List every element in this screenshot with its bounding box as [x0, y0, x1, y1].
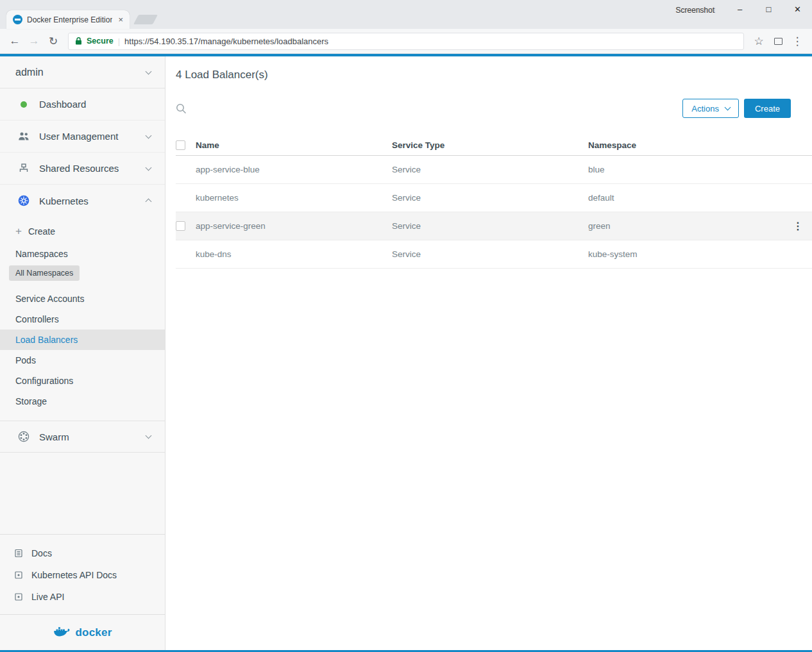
chevron-down-icon [146, 132, 152, 138]
docs-icon [14, 549, 23, 558]
docker-favicon-icon [13, 15, 22, 24]
column-header-name: Name [196, 140, 392, 150]
secure-label: Secure [87, 37, 114, 46]
address-bar[interactable]: Secure | https://54.190.35.17/manage/kub… [68, 33, 744, 50]
cell-namespace: default [588, 193, 784, 203]
create-button[interactable]: Create [744, 99, 791, 118]
minimize-button[interactable]: – [725, 0, 754, 19]
browser-menu-icon[interactable]: ⋮ [788, 31, 807, 51]
kubernetes-icon [18, 195, 30, 206]
cell-namespace: green [588, 221, 784, 231]
sidebar-item-controllers[interactable]: Controllers [0, 309, 165, 330]
sidebar-item-label: Kubernetes [39, 196, 137, 206]
swarm-icon [18, 431, 30, 442]
reload-icon[interactable]: ↻ [44, 31, 63, 51]
sidebar-item-label: Dashboard [39, 99, 151, 110]
shared-resources-icon [18, 163, 30, 174]
footer-link-label: Live API [31, 592, 64, 602]
window-controls: – □ ✕ [725, 0, 812, 19]
sidebar-item-swarm[interactable]: Swarm [0, 421, 165, 453]
footer-link-label: Docs [31, 548, 52, 558]
sidebar-item-dashboard[interactable]: Dashboard [0, 88, 165, 121]
titlebar: Docker Enterprise Edition × Screenshot –… [0, 0, 812, 29]
sidebar-item-user-management[interactable]: User Management [0, 121, 165, 153]
chevron-down-icon [146, 68, 152, 74]
app-body: admin Dashboard [0, 56, 812, 650]
sidebar-item-storage[interactable]: Storage [0, 391, 165, 412]
chevron-up-icon [146, 199, 152, 205]
row-menu-icon[interactable]: ⋮ [793, 220, 803, 232]
sidebar-item-docs[interactable]: Docs [0, 542, 165, 564]
tab-close-icon[interactable]: × [117, 15, 124, 24]
api-docs-icon [14, 571, 23, 580]
back-icon[interactable]: ← [5, 31, 24, 51]
sidebar-item-service-accounts[interactable]: Service Accounts [0, 288, 165, 309]
row-checkbox[interactable] [176, 221, 185, 231]
sidebar-item-kubernetes-api-docs[interactable]: Kubernetes API Docs [0, 564, 165, 586]
tab-title: Docker Enterprise Edition [27, 15, 112, 24]
docker-logo: docker [0, 614, 165, 650]
cell-name: kube-dns [196, 249, 392, 259]
table-row[interactable]: kubernetes Service default ⋮ [176, 184, 812, 212]
browser-window: Docker Enterprise Edition × Screenshot –… [0, 0, 812, 652]
fit-window-icon[interactable] [768, 31, 788, 51]
cell-name: app-service-blue [196, 165, 392, 174]
cell-namespace: kube-system [588, 249, 784, 259]
dashboard-status-icon [18, 101, 30, 108]
sidebar-item-label: Swarm [39, 431, 137, 442]
browser-tab[interactable]: Docker Enterprise Edition × [6, 10, 130, 29]
sidebar-account[interactable]: admin [0, 56, 165, 88]
cell-service-type: Service [392, 249, 588, 259]
maximize-button[interactable]: □ [754, 0, 783, 19]
cell-service-type: Service [392, 165, 588, 174]
sidebar-item-kubernetes[interactable]: Kubernetes [0, 185, 165, 217]
bookmark-star-icon[interactable]: ☆ [749, 31, 768, 51]
action-buttons: Actions Create [682, 99, 791, 118]
sidebar-item-label: Shared Resources [39, 163, 137, 174]
namespaces-label: Namespaces [0, 242, 165, 262]
actions-button[interactable]: Actions [682, 99, 739, 118]
plus-icon: + [15, 225, 22, 238]
sidebar-item-create[interactable]: + Create [0, 221, 165, 242]
browser-toolbar: ← → ↻ Secure | https://54.190.35.17/mana… [0, 29, 812, 54]
table-row[interactable]: kube-dns Service kube-system ⋮ [176, 240, 812, 269]
docker-whale-icon [53, 626, 72, 640]
actions-button-label: Actions [691, 104, 719, 113]
load-balancers-table: Name Service Type Namespace app-service-… [176, 135, 812, 269]
new-tab-button[interactable] [133, 15, 158, 24]
docker-wordmark: docker [76, 626, 112, 639]
forward-icon[interactable]: → [24, 31, 44, 51]
cell-name: kubernetes [196, 193, 392, 203]
footer-link-label: Kubernetes API Docs [31, 570, 117, 580]
all-namespaces-chip[interactable]: All Namespaces [9, 265, 80, 281]
cell-name: app-service-green [196, 221, 392, 231]
select-all-checkbox[interactable] [176, 140, 185, 150]
sidebar-item-pods[interactable]: Pods [0, 350, 165, 371]
table-row[interactable]: app-service-green Service green ⋮ [176, 212, 812, 240]
sidebar-item-label: User Management [39, 131, 137, 142]
page-title: 4 Load Balancer(s) [176, 69, 812, 81]
cell-service-type: Service [392, 193, 588, 203]
sidebar-item-live-api[interactable]: Live API [0, 586, 165, 608]
sidebar-item-load-balancers[interactable]: Load Balancers [0, 330, 165, 350]
column-header-namespace: Namespace [588, 140, 784, 150]
table-row[interactable]: app-service-blue Service blue ⋮ [176, 156, 812, 184]
account-label: admin [15, 67, 44, 78]
sidebar-item-shared-resources[interactable]: Shared Resources [0, 153, 165, 185]
chevron-down-icon [146, 164, 152, 171]
url-text: https://54.190.35.17/manage/kubernetes/l… [124, 37, 328, 46]
sidebar-item-configurations[interactable]: Configurations [0, 371, 165, 391]
users-icon [18, 131, 30, 141]
column-header-service-type: Service Type [392, 140, 588, 150]
cell-service-type: Service [392, 221, 588, 231]
close-button[interactable]: ✕ [783, 0, 812, 19]
cell-namespace: blue [588, 165, 784, 174]
main-content: 4 Load Balancer(s) Actions Create [165, 56, 812, 650]
sidebar: admin Dashboard [0, 56, 165, 650]
sidebar-footer: Docs Kubernetes API Docs [0, 535, 165, 614]
chevron-down-icon [725, 104, 731, 111]
search-icon[interactable] [176, 101, 191, 116]
padlock-icon [75, 37, 82, 46]
table-header-row: Name Service Type Namespace [176, 135, 812, 156]
live-api-icon [14, 592, 23, 601]
